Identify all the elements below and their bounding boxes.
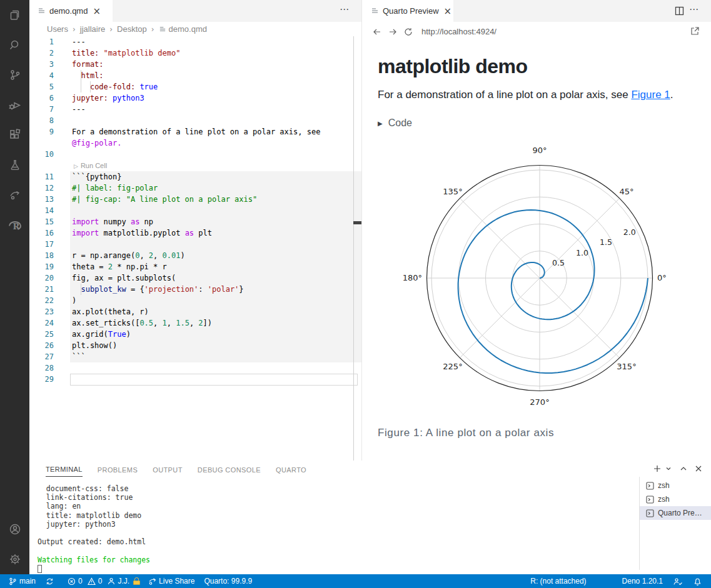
code-line-13: 13#| fig-cap: "A line plot on a polar ax… — [29, 194, 361, 205]
breadcrumb-item[interactable]: Desktop — [117, 24, 147, 34]
code-lines: 1---2title: "matplotlib demo"3format:4 h… — [29, 36, 361, 385]
terminal-line — [38, 529, 150, 537]
search-icon[interactable] — [0, 30, 29, 60]
code-line-26: 26plt.show() — [29, 340, 361, 351]
breadcrumb[interactable]: Users›jjallaire›Desktop›demo.qmd — [29, 22, 361, 36]
code-editor[interactable]: 1---2title: "matplotlib demo"3format:4 h… — [29, 36, 361, 461]
url-text[interactable]: http://localhost:4924/ — [421, 27, 497, 36]
new-terminal-icon[interactable] — [652, 464, 662, 474]
code-line-25: 25ax.grid(True) — [29, 329, 361, 340]
polar-plot: 0°45°90°135°180°225°270°315°0.51.01.52.0 — [363, 141, 711, 422]
quarto-version[interactable]: Quarto: 99.9.9 — [204, 577, 252, 586]
terminal-line: Watching files for changes — [38, 556, 150, 564]
disclosure-triangle-icon: ▶ — [378, 120, 383, 127]
svg-text:0.5: 0.5 — [552, 258, 565, 267]
problems-indicator[interactable]: 0 0 — [68, 577, 102, 586]
tab-quarto-preview[interactable]: Quarto Preview × — [363, 0, 453, 22]
branch-indicator[interactable]: main — [9, 577, 36, 586]
svg-text:180°: 180° — [403, 273, 422, 282]
terminal-list-item[interactable]: Quarto Pre… — [640, 506, 711, 520]
breadcrumb-item[interactable]: demo.qmd — [159, 24, 207, 34]
terminal-list-item[interactable]: zsh — [640, 492, 711, 506]
vscode-window: R demo.qmd × ⋯ Users›jjallaire›Desktop›d… — [0, 0, 711, 588]
figure-1-link[interactable]: Figure 1 — [631, 89, 670, 101]
tab-demo-qmd[interactable]: demo.qmd × — [29, 0, 113, 22]
code-line-21: 21 subplot_kw = {'projection': 'polar'} — [29, 284, 361, 295]
code-line-5: 5 code-fold: true — [29, 81, 361, 92]
open-external-icon[interactable] — [690, 26, 700, 39]
code-line-18: 18r = np.arange(0, 2, 0.01) — [29, 250, 361, 261]
panel-tab-output[interactable]: OUTPUT — [153, 462, 183, 477]
breadcrumb-separator: › — [109, 25, 113, 34]
r-status[interactable]: R: (not attached) — [530, 577, 586, 586]
panel-tab-quarto[interactable]: QUARTO — [276, 462, 306, 477]
svg-text:45°: 45° — [619, 187, 633, 196]
run-icon: ▷ — [74, 163, 78, 169]
svg-text:R: R — [13, 222, 19, 231]
deno-version[interactable]: Deno 1.20.1 — [622, 577, 663, 586]
lock-icon — [133, 577, 140, 585]
testing-icon[interactable] — [0, 150, 29, 180]
breadcrumb-separator: › — [73, 25, 76, 34]
maximize-panel-icon[interactable] — [678, 464, 688, 474]
panel-actions — [652, 464, 703, 474]
code-line-19: 19theta = 2 * np.pi * r — [29, 261, 361, 272]
settings-gear-icon[interactable] — [0, 544, 29, 574]
panel-tab-problems[interactable]: PROBLEMS — [98, 462, 138, 477]
accounts-icon[interactable] — [0, 514, 29, 544]
code-line-20: 20fig, ax = plt.subplots( — [29, 272, 361, 284]
run-cell-codelens[interactable]: ▷Run Cell — [29, 160, 361, 171]
close-panel-icon[interactable] — [693, 464, 703, 474]
right-tab-bar: Quarto Preview × ⋯ — [363, 0, 711, 22]
overview-ruler-marker — [353, 221, 361, 224]
code-line-11: 11```{python} — [29, 171, 361, 182]
close-tab-icon[interactable]: × — [93, 6, 101, 17]
editor-more-actions-icon[interactable]: ⋯ — [340, 4, 350, 15]
close-tab-icon[interactable]: × — [444, 6, 452, 17]
split-editor-icon[interactable] — [675, 6, 684, 18]
run-debug-icon[interactable] — [0, 90, 29, 120]
preview-url-bar: http://localhost:4924/ — [363, 22, 711, 41]
breadcrumb-item[interactable]: jjallaire — [80, 24, 105, 34]
code-line-1: 1--- — [29, 36, 361, 47]
svg-text:0°: 0° — [657, 273, 667, 282]
source-control-icon[interactable] — [0, 60, 29, 90]
panel-tab-terminal[interactable]: TERMINAL — [46, 462, 83, 477]
terminal-list-item[interactable]: zsh — [640, 479, 711, 492]
preview-more-actions-icon[interactable]: ⋯ — [689, 4, 699, 15]
terminal-line: title: matplotlib demo — [38, 511, 150, 520]
terminal-line: link-citations: true — [38, 493, 150, 502]
file-icon — [38, 7, 46, 15]
live-share-button[interactable]: Live Share — [148, 577, 194, 586]
svg-text:315°: 315° — [617, 362, 636, 371]
code-line-27: 27``` — [29, 351, 361, 362]
panel-tab-debug-console[interactable]: DEBUG CONSOLE — [198, 462, 261, 477]
terminal-cursor — [38, 565, 42, 573]
code-line-wrap: @fig-polar. — [29, 137, 361, 149]
r-lang-icon[interactable]: R — [0, 210, 29, 240]
bottom-panel: TERMINALPROBLEMSOUTPUTDEBUG CONSOLEQUART… — [29, 461, 711, 574]
left-tab-bar: demo.qmd × ⋯ — [29, 0, 361, 22]
remote-user-icon[interactable] — [673, 577, 682, 586]
breadcrumb-item[interactable]: Users — [47, 24, 68, 34]
sync-icon[interactable] — [46, 577, 54, 586]
extensions-icon[interactable] — [0, 120, 29, 150]
svg-text:225°: 225° — [443, 362, 462, 371]
notifications-bell-icon[interactable] — [693, 577, 702, 586]
terminal-output[interactable]: document-css: false link-citations: true… — [38, 484, 150, 573]
user-indicator[interactable]: J.J. — [108, 577, 140, 586]
reload-icon[interactable] — [404, 27, 413, 36]
explorer-icon[interactable] — [0, 0, 29, 30]
code-line-14: 14 — [29, 205, 361, 216]
svg-text:1.5: 1.5 — [600, 237, 612, 247]
code-fold-summary[interactable]: ▶Code — [378, 117, 412, 129]
status-bar: main 0 0 J.J. Live Share Quarto: 99.9.9 — [0, 574, 711, 588]
back-icon[interactable] — [373, 27, 381, 36]
terminal-line: jupyter: python3 — [38, 520, 150, 529]
terminal-icon — [646, 496, 654, 504]
terminal-dropdown-icon[interactable] — [663, 464, 673, 474]
forward-icon[interactable] — [388, 27, 397, 36]
code-line-2: 2title: "matplotlib demo" — [29, 47, 361, 59]
live-share-icon[interactable] — [0, 180, 29, 210]
editor-group-divider[interactable] — [361, 0, 362, 461]
